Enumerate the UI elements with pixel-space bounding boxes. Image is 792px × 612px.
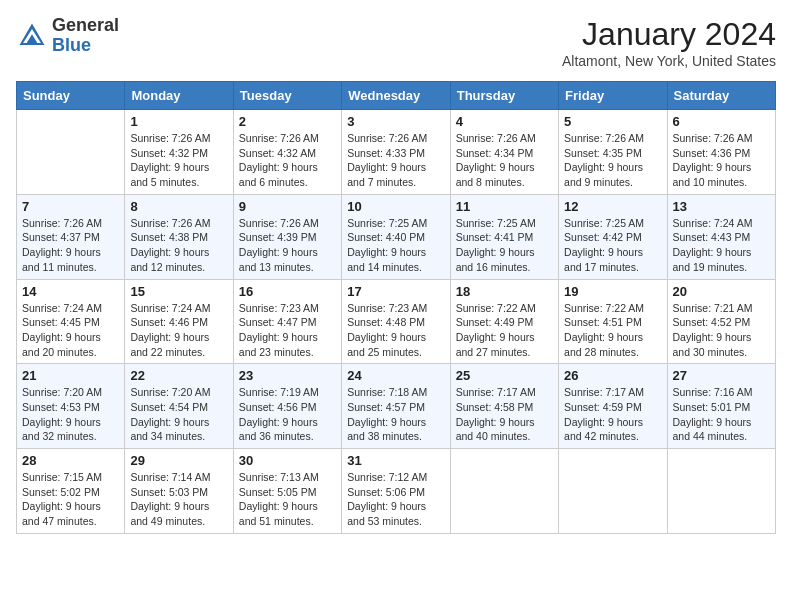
- calendar-cell: 30Sunrise: 7:13 AMSunset: 5:05 PMDayligh…: [233, 449, 341, 534]
- day-number: 5: [564, 114, 661, 129]
- weekday-header-row: SundayMondayTuesdayWednesdayThursdayFrid…: [17, 82, 776, 110]
- calendar-cell: [17, 110, 125, 195]
- calendar-cell: 16Sunrise: 7:23 AMSunset: 4:47 PMDayligh…: [233, 279, 341, 364]
- calendar-week-3: 14Sunrise: 7:24 AMSunset: 4:45 PMDayligh…: [17, 279, 776, 364]
- weekday-header-monday: Monday: [125, 82, 233, 110]
- calendar-cell: 21Sunrise: 7:20 AMSunset: 4:53 PMDayligh…: [17, 364, 125, 449]
- calendar-cell: [559, 449, 667, 534]
- day-number: 9: [239, 199, 336, 214]
- cell-details: Sunrise: 7:24 AMSunset: 4:46 PMDaylight:…: [130, 301, 227, 360]
- cell-details: Sunrise: 7:24 AMSunset: 4:45 PMDaylight:…: [22, 301, 119, 360]
- cell-details: Sunrise: 7:26 AMSunset: 4:34 PMDaylight:…: [456, 131, 553, 190]
- calendar-cell: 26Sunrise: 7:17 AMSunset: 4:59 PMDayligh…: [559, 364, 667, 449]
- calendar-week-1: 1Sunrise: 7:26 AMSunset: 4:32 PMDaylight…: [17, 110, 776, 195]
- day-number: 30: [239, 453, 336, 468]
- cell-details: Sunrise: 7:26 AMSunset: 4:39 PMDaylight:…: [239, 216, 336, 275]
- cell-details: Sunrise: 7:23 AMSunset: 4:48 PMDaylight:…: [347, 301, 444, 360]
- calendar-cell: 7Sunrise: 7:26 AMSunset: 4:37 PMDaylight…: [17, 194, 125, 279]
- weekday-header-saturday: Saturday: [667, 82, 775, 110]
- calendar-cell: 6Sunrise: 7:26 AMSunset: 4:36 PMDaylight…: [667, 110, 775, 195]
- calendar-cell: 20Sunrise: 7:21 AMSunset: 4:52 PMDayligh…: [667, 279, 775, 364]
- logo-general-text: General: [52, 16, 119, 36]
- calendar-cell: 5Sunrise: 7:26 AMSunset: 4:35 PMDaylight…: [559, 110, 667, 195]
- cell-details: Sunrise: 7:14 AMSunset: 5:03 PMDaylight:…: [130, 470, 227, 529]
- calendar-cell: 18Sunrise: 7:22 AMSunset: 4:49 PMDayligh…: [450, 279, 558, 364]
- calendar-week-5: 28Sunrise: 7:15 AMSunset: 5:02 PMDayligh…: [17, 449, 776, 534]
- calendar-cell: 23Sunrise: 7:19 AMSunset: 4:56 PMDayligh…: [233, 364, 341, 449]
- calendar-week-4: 21Sunrise: 7:20 AMSunset: 4:53 PMDayligh…: [17, 364, 776, 449]
- cell-details: Sunrise: 7:26 AMSunset: 4:32 PMDaylight:…: [130, 131, 227, 190]
- cell-details: Sunrise: 7:25 AMSunset: 4:41 PMDaylight:…: [456, 216, 553, 275]
- calendar-cell: 3Sunrise: 7:26 AMSunset: 4:33 PMDaylight…: [342, 110, 450, 195]
- day-number: 18: [456, 284, 553, 299]
- calendar-cell: 10Sunrise: 7:25 AMSunset: 4:40 PMDayligh…: [342, 194, 450, 279]
- logo: General Blue: [16, 16, 119, 56]
- weekday-header-sunday: Sunday: [17, 82, 125, 110]
- day-number: 19: [564, 284, 661, 299]
- day-number: 1: [130, 114, 227, 129]
- day-number: 22: [130, 368, 227, 383]
- day-number: 2: [239, 114, 336, 129]
- calendar-week-2: 7Sunrise: 7:26 AMSunset: 4:37 PMDaylight…: [17, 194, 776, 279]
- day-number: 27: [673, 368, 770, 383]
- calendar-cell: 28Sunrise: 7:15 AMSunset: 5:02 PMDayligh…: [17, 449, 125, 534]
- day-number: 29: [130, 453, 227, 468]
- cell-details: Sunrise: 7:13 AMSunset: 5:05 PMDaylight:…: [239, 470, 336, 529]
- day-number: 15: [130, 284, 227, 299]
- cell-details: Sunrise: 7:12 AMSunset: 5:06 PMDaylight:…: [347, 470, 444, 529]
- calendar-cell: 13Sunrise: 7:24 AMSunset: 4:43 PMDayligh…: [667, 194, 775, 279]
- cell-details: Sunrise: 7:15 AMSunset: 5:02 PMDaylight:…: [22, 470, 119, 529]
- cell-details: Sunrise: 7:20 AMSunset: 4:54 PMDaylight:…: [130, 385, 227, 444]
- day-number: 20: [673, 284, 770, 299]
- cell-details: Sunrise: 7:21 AMSunset: 4:52 PMDaylight:…: [673, 301, 770, 360]
- day-number: 7: [22, 199, 119, 214]
- location: Altamont, New York, United States: [562, 53, 776, 69]
- calendar-cell: 11Sunrise: 7:25 AMSunset: 4:41 PMDayligh…: [450, 194, 558, 279]
- cell-details: Sunrise: 7:22 AMSunset: 4:51 PMDaylight:…: [564, 301, 661, 360]
- calendar-cell: 4Sunrise: 7:26 AMSunset: 4:34 PMDaylight…: [450, 110, 558, 195]
- header: General Blue January 2024 Altamont, New …: [16, 16, 776, 69]
- calendar-cell: 25Sunrise: 7:17 AMSunset: 4:58 PMDayligh…: [450, 364, 558, 449]
- cell-details: Sunrise: 7:25 AMSunset: 4:40 PMDaylight:…: [347, 216, 444, 275]
- day-number: 3: [347, 114, 444, 129]
- day-number: 16: [239, 284, 336, 299]
- calendar-cell: 1Sunrise: 7:26 AMSunset: 4:32 PMDaylight…: [125, 110, 233, 195]
- cell-details: Sunrise: 7:18 AMSunset: 4:57 PMDaylight:…: [347, 385, 444, 444]
- weekday-header-wednesday: Wednesday: [342, 82, 450, 110]
- cell-details: Sunrise: 7:24 AMSunset: 4:43 PMDaylight:…: [673, 216, 770, 275]
- weekday-header-tuesday: Tuesday: [233, 82, 341, 110]
- calendar-cell: 19Sunrise: 7:22 AMSunset: 4:51 PMDayligh…: [559, 279, 667, 364]
- day-number: 6: [673, 114, 770, 129]
- cell-details: Sunrise: 7:17 AMSunset: 4:59 PMDaylight:…: [564, 385, 661, 444]
- calendar-cell: [667, 449, 775, 534]
- day-number: 25: [456, 368, 553, 383]
- calendar-cell: 22Sunrise: 7:20 AMSunset: 4:54 PMDayligh…: [125, 364, 233, 449]
- calendar-table: SundayMondayTuesdayWednesdayThursdayFrid…: [16, 81, 776, 534]
- cell-details: Sunrise: 7:26 AMSunset: 4:37 PMDaylight:…: [22, 216, 119, 275]
- calendar-cell: 9Sunrise: 7:26 AMSunset: 4:39 PMDaylight…: [233, 194, 341, 279]
- cell-details: Sunrise: 7:19 AMSunset: 4:56 PMDaylight:…: [239, 385, 336, 444]
- cell-details: Sunrise: 7:23 AMSunset: 4:47 PMDaylight:…: [239, 301, 336, 360]
- calendar-cell: [450, 449, 558, 534]
- cell-details: Sunrise: 7:26 AMSunset: 4:32 AMDaylight:…: [239, 131, 336, 190]
- logo-icon: [16, 20, 48, 52]
- calendar-cell: 27Sunrise: 7:16 AMSunset: 5:01 PMDayligh…: [667, 364, 775, 449]
- month-title: January 2024: [562, 16, 776, 53]
- day-number: 8: [130, 199, 227, 214]
- logo-blue-text: Blue: [52, 36, 119, 56]
- cell-details: Sunrise: 7:26 AMSunset: 4:36 PMDaylight:…: [673, 131, 770, 190]
- cell-details: Sunrise: 7:16 AMSunset: 5:01 PMDaylight:…: [673, 385, 770, 444]
- cell-details: Sunrise: 7:25 AMSunset: 4:42 PMDaylight:…: [564, 216, 661, 275]
- day-number: 28: [22, 453, 119, 468]
- cell-details: Sunrise: 7:26 AMSunset: 4:35 PMDaylight:…: [564, 131, 661, 190]
- cell-details: Sunrise: 7:22 AMSunset: 4:49 PMDaylight:…: [456, 301, 553, 360]
- day-number: 24: [347, 368, 444, 383]
- calendar-cell: 12Sunrise: 7:25 AMSunset: 4:42 PMDayligh…: [559, 194, 667, 279]
- day-number: 17: [347, 284, 444, 299]
- calendar-cell: 31Sunrise: 7:12 AMSunset: 5:06 PMDayligh…: [342, 449, 450, 534]
- weekday-header-thursday: Thursday: [450, 82, 558, 110]
- calendar-cell: 24Sunrise: 7:18 AMSunset: 4:57 PMDayligh…: [342, 364, 450, 449]
- title-section: January 2024 Altamont, New York, United …: [562, 16, 776, 69]
- day-number: 4: [456, 114, 553, 129]
- day-number: 13: [673, 199, 770, 214]
